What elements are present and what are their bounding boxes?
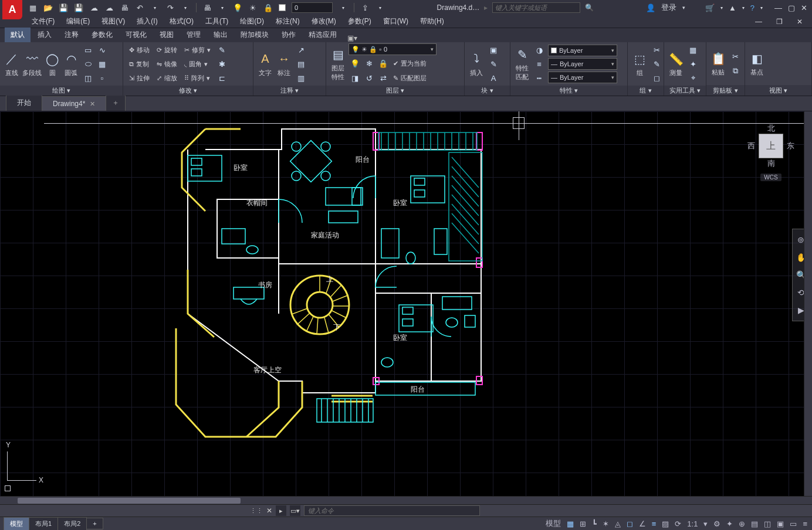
- trim-button[interactable]: ✂ 修剪 ▾: [182, 43, 213, 56]
- match-props-button[interactable]: ✎特性 匹配: [514, 46, 530, 81]
- point-icon[interactable]: ▫: [96, 72, 109, 84]
- login-link[interactable]: 登录: [661, 2, 676, 13]
- copy-clip-icon[interactable]: ⧉: [729, 64, 742, 77]
- workspace-icon[interactable]: ⚙: [713, 519, 720, 528]
- new-icon[interactable]: ▦: [28, 3, 38, 12]
- hatch-icon[interactable]: ▦: [96, 57, 109, 70]
- scrollbar-thumb[interactable]: [18, 498, 241, 504]
- undo-dd-icon[interactable]: ▾: [150, 3, 160, 12]
- layer-combo[interactable]: 💡 ☀ 🔒 ▫ 0▾: [349, 43, 437, 55]
- vc-west[interactable]: 西: [747, 141, 755, 151]
- field-icon[interactable]: ▥: [295, 72, 307, 84]
- offset-icon[interactable]: ⊏: [215, 72, 228, 84]
- print-dd-icon[interactable]: ▾: [218, 3, 227, 12]
- cycling-icon[interactable]: ⟳: [675, 519, 681, 528]
- menu-file[interactable]: 文件(F): [27, 15, 59, 28]
- filetab-start[interactable]: 开始: [6, 94, 42, 111]
- ribbon-focus-icon[interactable]: ▣▾: [347, 34, 357, 42]
- quick-icon[interactable]: ⌖: [686, 72, 699, 84]
- isolate-icon[interactable]: ◫: [764, 519, 771, 528]
- panel-block-label[interactable]: 块 ▾: [465, 86, 510, 96]
- base-button[interactable]: ◧基点: [749, 50, 765, 77]
- anno-scale-icon[interactable]: ▾: [703, 519, 708, 528]
- doc-close-icon[interactable]: ✕: [792, 16, 807, 27]
- color-wheel-icon[interactable]: ◑: [533, 43, 546, 56]
- ortho-icon[interactable]: ┗: [592, 519, 597, 528]
- move-button[interactable]: ✥ 移动: [127, 43, 152, 56]
- insert-button[interactable]: ⤵插入: [468, 51, 485, 77]
- menu-view[interactable]: 视图(V): [97, 15, 130, 28]
- osnap-icon[interactable]: ◻: [627, 519, 633, 528]
- copy-button[interactable]: ⧉ 复制: [127, 57, 152, 70]
- snap-toggle-icon[interactable]: ⊞: [580, 519, 586, 528]
- redo-icon[interactable]: ↷: [165, 3, 175, 12]
- menu-insert[interactable]: 插入(I): [132, 15, 162, 28]
- layer-num-field[interactable]: [292, 2, 333, 13]
- filetab-close-icon[interactable]: ✕: [90, 100, 95, 108]
- scrollbar-vertical[interactable]: [804, 111, 812, 496]
- lweight-icon[interactable]: ≡: [533, 57, 546, 70]
- tab-addon[interactable]: 附加模块: [235, 28, 275, 42]
- sun-icon[interactable]: ☀: [248, 3, 258, 12]
- save-icon[interactable]: 💾: [59, 3, 68, 12]
- help-search-input[interactable]: [492, 2, 580, 13]
- panel-modify-label[interactable]: 修改 ▾: [123, 86, 253, 96]
- tab-collab[interactable]: 协作: [276, 28, 302, 42]
- menu-dim[interactable]: 标注(N): [271, 15, 304, 28]
- command-input[interactable]: [304, 505, 480, 516]
- cut-icon[interactable]: ✂: [729, 50, 742, 63]
- drawing-canvas[interactable]: 卧室 衣帽间 阳台 卧室 家庭活动 书房 上 下 卧室 客厅上空 阳台 北 西 …: [0, 111, 812, 504]
- block-edit-icon[interactable]: ✎: [487, 57, 500, 70]
- dim-button[interactable]: ↔标注: [276, 51, 292, 77]
- close-icon[interactable]: ✕: [801, 4, 807, 12]
- anno-monitor-icon[interactable]: ✦: [726, 519, 733, 528]
- ungroup-icon[interactable]: ✂: [650, 43, 663, 56]
- match-layer-button[interactable]: ✎ 匹配图层: [391, 72, 429, 84]
- qat-dd-icon[interactable]: ▾: [375, 3, 385, 12]
- panel-view-label[interactable]: 视图 ▾: [745, 85, 811, 96]
- color-combo[interactable]: ByLayer▾: [548, 45, 617, 56]
- panel-props-label[interactable]: 特性 ▾: [510, 86, 627, 96]
- open-icon[interactable]: 📂: [43, 3, 53, 12]
- cleanscreen-icon[interactable]: ▭: [790, 519, 797, 528]
- ltype-combo[interactable]: — ByLayer▾: [548, 72, 617, 83]
- tab-visual[interactable]: 可视化: [120, 28, 153, 42]
- line-button[interactable]: ／直线: [4, 51, 20, 77]
- tab-param[interactable]: 参数化: [86, 28, 119, 42]
- plot-icon[interactable]: 🖶: [120, 3, 129, 12]
- group-button[interactable]: ⬚组: [631, 51, 648, 77]
- tab-view[interactable]: 视图: [154, 28, 180, 42]
- search-icon[interactable]: 🔍: [585, 4, 594, 12]
- cmd-close-icon[interactable]: ✕: [266, 507, 272, 515]
- customize-icon[interactable]: ≡: [803, 519, 807, 528]
- stretch-button[interactable]: ⇲ 拉伸: [127, 72, 152, 84]
- status-model-button[interactable]: 模型: [546, 518, 561, 529]
- rect-icon[interactable]: ▭: [82, 43, 94, 56]
- panel-layer-label[interactable]: 图层 ▾: [326, 86, 464, 96]
- redo-dd-icon[interactable]: ▾: [181, 3, 190, 12]
- tab-insert[interactable]: 插入: [32, 28, 57, 42]
- cmd-recent-icon[interactable]: ▸: [276, 505, 286, 516]
- login-dd[interactable]: ▾: [682, 5, 685, 11]
- menu-edit[interactable]: 编辑(E): [62, 15, 94, 28]
- tab-featured[interactable]: 精选应用: [303, 28, 343, 42]
- viewcube[interactable]: 北 西 上 东 南 WCS: [747, 123, 794, 181]
- lweight-combo[interactable]: — ByLayer▾: [548, 58, 617, 70]
- iso-icon[interactable]: ◬: [615, 519, 621, 528]
- calc-icon[interactable]: ▦: [686, 43, 699, 56]
- layer-walk-icon[interactable]: ⇄: [377, 72, 390, 84]
- menu-draw[interactable]: 绘图(D): [235, 15, 269, 28]
- panel-clip-label[interactable]: 剪贴板 ▾: [706, 85, 745, 96]
- tab-output[interactable]: 输出: [208, 28, 234, 42]
- menu-modify[interactable]: 修改(M): [307, 15, 341, 28]
- lweight-toggle-icon[interactable]: ≡: [652, 519, 657, 528]
- menu-window[interactable]: 窗口(W): [378, 15, 413, 28]
- menu-param[interactable]: 参数(P): [343, 15, 376, 28]
- a360-icon[interactable]: ▲: [729, 4, 736, 12]
- set-current-button[interactable]: ✔ 置为当前: [391, 57, 429, 70]
- filetab-drawing4[interactable]: Drawing4*✕: [42, 96, 106, 111]
- region-icon[interactable]: ◫: [82, 72, 94, 84]
- menu-help[interactable]: 帮助(H): [415, 15, 449, 28]
- ellipse-icon[interactable]: ⬭: [82, 57, 94, 70]
- scale-label[interactable]: 1:1: [687, 519, 698, 528]
